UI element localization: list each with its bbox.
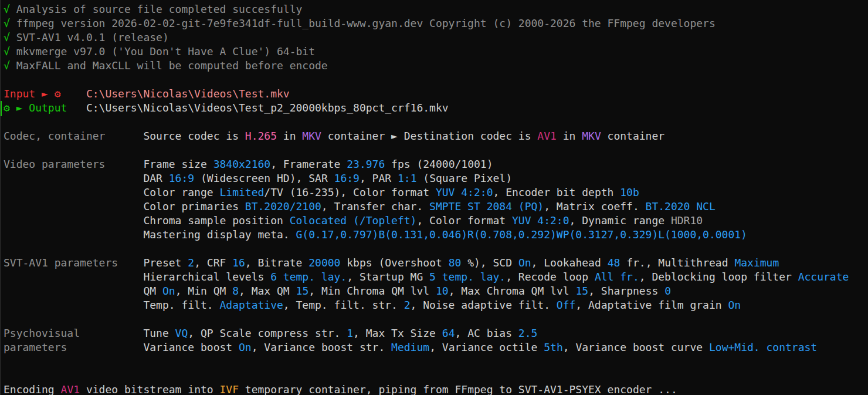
status-message: mkvmerge v97.0 ('You Don't Have A Clue')… bbox=[16, 45, 315, 58]
text-segment: Chroma sample position bbox=[143, 214, 289, 227]
terminal-line: Chroma sample position Colocated (/Tople… bbox=[4, 214, 868, 228]
text-segment: Source codec is bbox=[143, 130, 245, 142]
text-segment bbox=[23, 102, 29, 114]
terminal-line: SVT-AV1 parameters Preset 2, CRF 16, Bit… bbox=[4, 256, 868, 270]
text-segment: SMPTE ST 2084 (PQ) bbox=[429, 200, 544, 212]
text-segment: DAR bbox=[143, 172, 168, 184]
text-segment: 1 bbox=[347, 327, 353, 339]
dest-codec-value: AV1 bbox=[537, 130, 557, 142]
arrow-right-icon: ► bbox=[16, 101, 23, 115]
text-segment bbox=[80, 327, 143, 339]
encoding-status: temporary container, piping from FFmpeg … bbox=[239, 383, 677, 395]
text-segment bbox=[4, 228, 143, 241]
text-segment: , Adaptative film grain bbox=[575, 299, 728, 311]
encoding-codec-value: AV1 bbox=[61, 383, 80, 395]
check-icon: √ bbox=[4, 45, 16, 58]
terminal-line: Mastering display meta. G(0.17,0.797)B(0… bbox=[4, 228, 868, 242]
text-segment: On bbox=[518, 256, 531, 269]
text-segment bbox=[35, 87, 42, 100]
terminal-line: ⚙ ► Output C:\Users\Nicolas\Videos\Test_… bbox=[4, 101, 868, 115]
terminal-line: Temp. filt. Adaptative, Temp. filt. str.… bbox=[4, 298, 868, 312]
text-segment: 10 bbox=[436, 285, 449, 297]
text-segment: 3840x2160 bbox=[213, 158, 271, 170]
text-segment: video bitstream into bbox=[80, 383, 219, 395]
text-segment: container bbox=[601, 130, 664, 142]
text-segment: 8 bbox=[232, 285, 239, 297]
terminal-line bbox=[4, 369, 868, 383]
terminal-line bbox=[4, 242, 868, 256]
source-container-value: MKV bbox=[302, 130, 321, 142]
gear-icon: ⚙ bbox=[55, 87, 61, 101]
text-segment: , Transfer char. bbox=[321, 200, 429, 212]
shell-output-gutter-mark bbox=[1, 101, 2, 116]
text-segment: %), SCD bbox=[461, 256, 518, 269]
text-segment: , QP Scale compress str. bbox=[188, 327, 347, 339]
text-segment: Off bbox=[557, 299, 576, 311]
terminal-line: Codec, container Source codec is H.265 i… bbox=[4, 129, 868, 143]
text-segment: Destination codec is bbox=[398, 130, 537, 142]
text-segment: fps (24000/1001) bbox=[385, 158, 493, 170]
status-message: MaxFALL and MaxCLL will be computed befo… bbox=[16, 59, 328, 72]
text-segment: Variance boost bbox=[143, 341, 239, 353]
text-segment: , Dynamic range bbox=[569, 214, 671, 227]
terminal-line: √ SVT-AV1 v4.0.1 (release) bbox=[4, 31, 868, 45]
text-segment: 15 bbox=[575, 285, 588, 297]
terminal-output: √ Analysis of source file completed succ… bbox=[1, 0, 868, 395]
text-segment: 1:1 bbox=[398, 172, 417, 184]
text-segment: 15 bbox=[296, 285, 309, 297]
text-segment: , Variance boost str. bbox=[252, 341, 391, 353]
arrow-right-icon: ► bbox=[42, 87, 48, 101]
text-segment bbox=[67, 341, 143, 353]
text-segment: in bbox=[557, 130, 582, 142]
input-label: Input bbox=[4, 87, 35, 100]
input-path: C:\Users\Nicolas\Videos\Test.mkv bbox=[86, 87, 290, 100]
status-message: Analysis of source file completed succes… bbox=[16, 3, 303, 15]
text-segment: 16:9 bbox=[169, 172, 194, 184]
terminal-window: { "palette": { "background": "#0c0c0c", … bbox=[0, 0, 868, 395]
terminal-line: Encoding AV1 video bitstream into IVF te… bbox=[4, 383, 868, 395]
text-segment: 10b bbox=[620, 186, 639, 198]
text-segment: QM bbox=[143, 285, 162, 297]
dest-container-value: MKV bbox=[582, 130, 601, 142]
text-segment bbox=[4, 186, 143, 198]
text-segment bbox=[4, 172, 143, 184]
text-segment: On bbox=[239, 341, 252, 353]
text-segment: Limited bbox=[219, 186, 264, 198]
text-segment: 6 temp. lay. bbox=[270, 271, 347, 283]
text-segment bbox=[67, 102, 86, 114]
text-segment: , Startup MG bbox=[347, 271, 429, 283]
text-segment: , Max QM bbox=[239, 285, 296, 297]
text-segment: , Matrix coeff. bbox=[544, 200, 645, 212]
terminal-line: √ ffmpeg version 2026-02-02-git-7e9fe341… bbox=[4, 16, 868, 31]
text-segment: 48 bbox=[608, 256, 621, 269]
status-message: ffmpeg version 2026-02-02-git-7e9fe341df… bbox=[16, 17, 716, 29]
text-segment: , CRF bbox=[194, 256, 232, 269]
text-segment: 2 bbox=[404, 299, 411, 311]
text-segment: Color range bbox=[143, 186, 219, 198]
text-segment: , Color format bbox=[416, 214, 512, 227]
text-segment: BT.2020 NCL bbox=[646, 200, 716, 212]
text-segment: , Max Chroma QM lvl bbox=[449, 285, 576, 297]
text-segment: YUV 4:2:0 bbox=[512, 214, 569, 227]
text-segment: 80 bbox=[449, 256, 462, 269]
text-segment bbox=[105, 130, 143, 142]
section-label: Psychovisual bbox=[4, 327, 80, 339]
text-segment: 5 temp. lay. bbox=[429, 271, 506, 283]
output-path: C:\Users\Nicolas\Videos\Test_p2_20000kbp… bbox=[86, 102, 449, 114]
terminal-line: Hierarchical levels 6 temp. lay., Startu… bbox=[4, 270, 868, 284]
text-segment: , Noise adaptive filt. bbox=[411, 299, 557, 311]
text-segment: YUV 4:2:0 bbox=[436, 186, 493, 198]
text-segment bbox=[4, 285, 143, 297]
section-label: Video parameters bbox=[4, 158, 105, 170]
text-segment bbox=[4, 200, 143, 212]
text-segment: 5th bbox=[544, 341, 563, 353]
text-segment bbox=[4, 299, 143, 311]
text-segment: 0 bbox=[664, 285, 671, 297]
text-segment: Color primaries bbox=[143, 200, 245, 212]
text-segment: 23.976 bbox=[347, 158, 385, 170]
text-segment: , Variance boost curve bbox=[563, 341, 709, 353]
encoding-container-value: IVF bbox=[219, 383, 239, 395]
text-segment bbox=[10, 102, 16, 114]
terminal-line: Color primaries BT.2020/2100, Transfer c… bbox=[4, 200, 868, 214]
text-segment: 16 bbox=[232, 256, 245, 269]
